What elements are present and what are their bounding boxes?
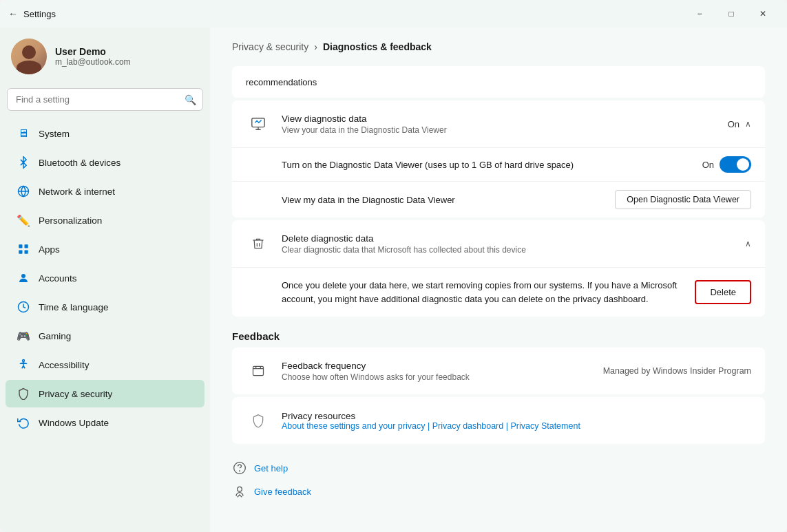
gaming-icon: 🎮 [17,329,30,343]
close-button[interactable]: ✕ [747,3,779,25]
sidebar-item-label-privacy: Privacy & security [39,389,112,399]
svg-point-5 [21,274,25,278]
delete-chevron-control: ∧ [745,239,751,248]
titlebar-left: ← Settings [8,8,56,19]
sidebar-item-network[interactable]: Network & internet [6,178,204,205]
sidebar-item-time[interactable]: Time & language [6,293,204,321]
breadcrumb: Privacy & security › Diagnostics & feedb… [232,41,765,52]
sidebar-item-apps[interactable]: Apps [6,235,204,263]
settings-window: ← Settings − □ ✕ User Demo m_lab@outlook… [0,0,787,532]
view-data-row-inner: View my data in the Diagnostic Data View… [282,190,751,209]
svg-point-17 [238,487,242,491]
diagnostic-icon [246,111,271,136]
privacy-resources-title: Privacy resources [282,411,751,421]
sidebar-item-gaming[interactable]: 🎮 Gaming [6,322,204,350]
sidebar-item-label-gaming: Gaming [39,331,71,341]
search-input[interactable] [7,88,203,111]
user-profile[interactable]: User Demo m_lab@outlook.com [0,28,210,88]
sidebar-item-privacy[interactable]: Privacy & security [6,380,204,407]
feedback-frequency-title: Feedback frequency [282,361,603,371]
user-email: m_lab@outlook.com [55,57,131,67]
delete-button[interactable]: Delete [695,280,751,304]
avatar-image [11,39,47,74]
update-icon [17,416,30,429]
sidebar-item-label-apps: Apps [39,244,60,255]
feedback-icon [246,359,271,383]
toggle-row-inner: Turn on the Diagnostic Data Viewer (uses… [282,156,751,173]
view-diagnostic-control: On ∧ [728,119,751,129]
sidebar: User Demo m_lab@outlook.com 🔍 🖥 System [0,28,210,532]
privacy-separator-1: | [428,421,432,431]
sidebar-item-label-bluetooth: Bluetooth & devices [39,158,120,168]
breadcrumb-current: Diagnostics & feedback [323,41,432,52]
view-diagnostic-subtitle: View your data in the Diagnostic Data Vi… [282,125,728,135]
main-content: Privacy & security › Diagnostics & feedb… [210,28,787,532]
svg-rect-4 [25,251,28,254]
toggle-label: Turn on the Diagnostic Data Viewer (uses… [282,160,574,170]
search-box: 🔍 [7,88,203,111]
privacy-link-dashboard[interactable]: Privacy dashboard [432,421,504,431]
sidebar-item-system[interactable]: 🖥 System [6,120,204,147]
bluetooth-icon [17,156,30,169]
page-header: Privacy & security › Diagnostics & feedb… [210,28,787,66]
view-diagnostic-title: View diagnostic data [282,114,728,124]
get-help-label: Get help [254,463,288,474]
personalization-icon: ✏️ [17,213,30,227]
window-title: Settings [23,9,56,19]
privacy-link-statement[interactable]: Privacy Statement [510,421,580,431]
privacy-links: About these settings and your privacy | … [282,421,751,431]
svg-rect-2 [25,244,28,248]
help-section: Get help Give feedback [210,447,787,513]
view-data-label: View my data in the Diagnostic Data View… [282,195,455,205]
user-name: User Demo [55,46,131,57]
maximize-button[interactable]: □ [715,3,747,25]
network-icon [17,184,30,198]
back-button[interactable]: ← [8,8,18,19]
system-icon: 🖥 [17,127,30,140]
delete-diagnostic-subtitle: Clear diagnostic data that Microsoft has… [282,245,745,255]
breadcrumb-parent[interactable]: Privacy & security [232,41,308,52]
svg-point-16 [240,471,240,471]
sidebar-item-accessibility[interactable]: Accessibility [6,351,204,379]
toggle-row: Turn on the Diagnostic Data Viewer (uses… [232,148,765,182]
diagnostic-viewer-toggle[interactable] [720,156,751,173]
feedback-frequency-content: Feedback frequency Choose how often Wind… [282,361,603,382]
feedback-managed-control: Managed by Windows Insider Program [603,366,751,376]
sidebar-item-bluetooth[interactable]: Bluetooth & devices [6,149,204,176]
feedback-frequency-card: Feedback frequency Choose how often Wind… [232,348,765,394]
window-controls: − □ ✕ [684,3,779,25]
settings-section: recommendations View diagnostic data [210,66,787,444]
open-diagnostic-viewer-button[interactable]: Open Diagnostic Data Viewer [615,190,751,209]
sidebar-item-label-accessibility: Accessibility [39,360,90,370]
sidebar-item-accounts[interactable]: Accounts [6,264,204,292]
minimize-button[interactable]: − [684,3,715,25]
view-diagnostic-chevron[interactable]: ∧ [745,119,751,129]
accounts-icon [17,271,30,285]
svg-rect-3 [19,251,22,254]
get-help-link[interactable]: Get help [232,460,765,476]
delete-diagnostic-chevron[interactable]: ∧ [745,239,751,248]
privacy-icon [17,387,30,401]
sidebar-item-label-network: Network & internet [39,187,115,197]
give-feedback-link[interactable]: Give feedback [232,484,765,499]
privacy-resources-row: Privacy resources About these settings a… [232,397,765,444]
delete-icon [246,231,271,256]
sidebar-item-update[interactable]: Windows Update [6,409,204,436]
user-info: User Demo m_lab@outlook.com [55,46,131,67]
privacy-link-settings[interactable]: About these settings and your privacy [282,421,425,431]
recommendations-text: recommendations [246,77,317,87]
delete-diagnostic-title: Delete diagnostic data [282,233,745,244]
delete-body-text: Once you delete your data here, we start… [282,279,681,306]
sidebar-item-personalization[interactable]: ✏️ Personalization [6,206,204,234]
feedback-frequency-row[interactable]: Feedback frequency Choose how often Wind… [232,348,765,394]
delete-header-row: Delete diagnostic data Clear diagnostic … [232,220,765,268]
sidebar-item-label-personalization: Personalization [39,215,102,226]
delete-diagnostic-content: Delete diagnostic data Clear diagnostic … [282,233,745,255]
breadcrumb-separator: › [314,41,317,52]
view-data-row: View my data in the Diagnostic Data View… [232,182,765,217]
privacy-resources-icon [246,408,271,433]
feedback-frequency-subtitle: Choose how often Windows asks for your f… [282,372,603,382]
delete-diagnostic-card: Delete diagnostic data Clear diagnostic … [232,220,765,317]
view-diagnostic-content: View diagnostic data View your data in t… [282,114,728,135]
feedback-section-label: Feedback [232,330,765,342]
